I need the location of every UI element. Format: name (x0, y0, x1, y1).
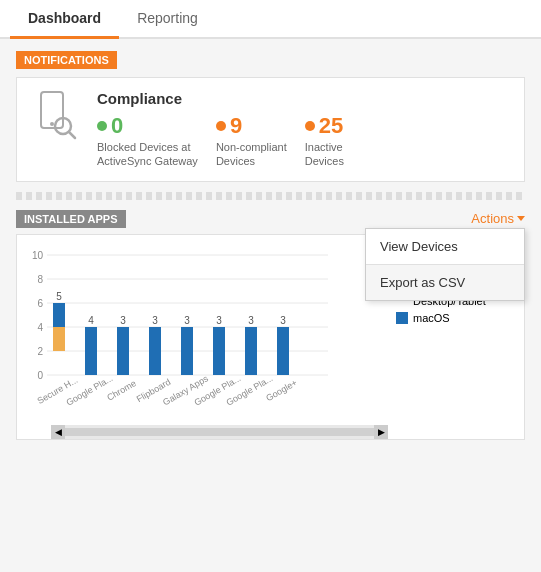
installed-apps-header: INSTALLED APPS Actions (16, 210, 525, 228)
bar-mac-2 (117, 327, 129, 375)
svg-text:10: 10 (32, 250, 44, 261)
svg-text:2: 2 (37, 346, 43, 357)
svg-text:3: 3 (120, 315, 126, 326)
legend-item-macos: macOS (396, 312, 510, 324)
legend-color-macos (396, 312, 408, 324)
actions-arrow-icon (517, 216, 525, 221)
bar-mac-1 (85, 327, 97, 375)
actions-dropdown: View Devices Export as CSV (365, 228, 525, 301)
dropdown-view-devices[interactable]: View Devices (366, 229, 524, 264)
svg-text:5: 5 (56, 291, 62, 302)
dropdown-export-csv[interactable]: Export as CSV (366, 265, 524, 300)
scrollbar-right-btn[interactable]: ▶ (374, 425, 388, 439)
tab-reporting[interactable]: Reporting (119, 0, 216, 39)
bar-mac-6 (245, 327, 257, 375)
bar-chart-svg: 10 8 6 4 2 0 (23, 245, 333, 425)
scrollbar-left-btn[interactable]: ◀ (51, 425, 65, 439)
blocked-label: Blocked Devices at ActiveSync Gateway (97, 140, 198, 169)
svg-text:4: 4 (37, 322, 43, 333)
scrollbar-track[interactable] (65, 428, 374, 436)
bar-ios-0 (53, 327, 65, 351)
noncompliant-dot (216, 121, 226, 131)
inactive-label: Inactive Devices (305, 140, 344, 169)
svg-text:3: 3 (248, 315, 254, 326)
bar-mac-4 (181, 327, 193, 375)
installed-apps-section: INSTALLED APPS Actions View Devices Expo… (16, 210, 525, 440)
legend-label-macos: macOS (413, 312, 450, 324)
installed-apps-label: INSTALLED APPS (16, 210, 126, 228)
inactive-number: 25 (319, 113, 343, 139)
stats-row: 0 Blocked Devices at ActiveSync Gateway … (97, 113, 344, 169)
stat-inactive: 25 Inactive Devices (305, 113, 344, 169)
notifications-section: NOTIFICATIONS Compliance (16, 51, 525, 182)
section-divider (16, 192, 525, 200)
svg-text:3: 3 (184, 315, 190, 326)
bar-mac-7 (277, 327, 289, 375)
svg-line-3 (69, 132, 75, 138)
actions-button[interactable]: Actions (471, 211, 525, 226)
blocked-number: 0 (111, 113, 123, 139)
tab-dashboard[interactable]: Dashboard (10, 0, 119, 39)
chart-scrollbar: ◀ ▶ (51, 425, 388, 439)
svg-text:3: 3 (216, 315, 222, 326)
main-content: NOTIFICATIONS Compliance (0, 39, 541, 452)
device-icon (31, 90, 83, 142)
svg-text:8: 8 (37, 274, 43, 285)
notifications-label: NOTIFICATIONS (16, 51, 117, 69)
compliance-info: Compliance 0 Blocked Devices at ActiveSy… (97, 90, 344, 169)
bar-mac-0 (53, 303, 65, 327)
bar-mac-3 (149, 327, 161, 375)
compliance-card: Compliance 0 Blocked Devices at ActiveSy… (16, 77, 525, 182)
stat-blocked: 0 Blocked Devices at ActiveSync Gateway (97, 113, 198, 169)
blocked-dot (97, 121, 107, 131)
svg-text:3: 3 (280, 315, 286, 326)
svg-text:6: 6 (37, 298, 43, 309)
svg-text:3: 3 (152, 315, 158, 326)
chart-area: 10 8 6 4 2 0 (23, 245, 388, 439)
compliance-title: Compliance (97, 90, 344, 107)
inactive-dot (305, 121, 315, 131)
svg-text:0: 0 (37, 370, 43, 381)
svg-text:4: 4 (88, 315, 94, 326)
stat-noncompliant: 9 Non-compliant Devices (216, 113, 287, 169)
noncompliant-number: 9 (230, 113, 242, 139)
svg-point-1 (50, 122, 54, 126)
bar-mac-5 (213, 327, 225, 375)
tab-bar: Dashboard Reporting (0, 0, 541, 39)
noncompliant-label: Non-compliant Devices (216, 140, 287, 169)
